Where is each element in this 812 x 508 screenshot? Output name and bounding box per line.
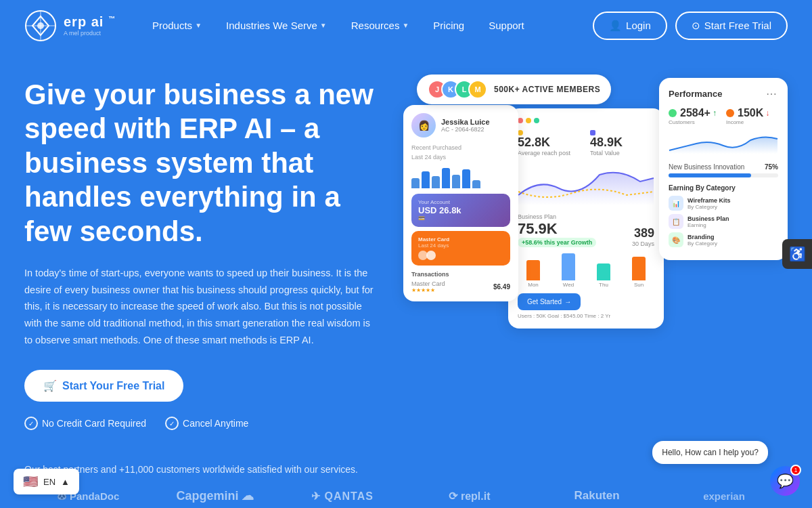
chat-message: Hello, How can I help you? [662,448,759,457]
bp-val: 75.9K [518,220,596,238]
trans-amount: $6.49 [493,283,510,291]
metric-reach: 52.8K Average reach post [518,130,582,156]
trans-mc: Master Card [411,280,445,287]
perf-header: Performance ⋯ [669,87,778,100]
bar-rect [632,257,646,280]
navbar: erp ai ™ A mel product Products ▼ Indust… [0,0,812,51]
clock-icon: ⊙ [692,20,700,32]
dashboard-preview: J K L M 500K+ ACTIVE MEMBERS 👩 Jessika L… [403,71,788,356]
flag-icon: 🇺🇸 [23,474,38,489]
account-label: Your Account [418,199,503,205]
partner-capgemini: Capgemini ☁ [152,484,279,507]
cta-trial-button[interactable]: 🛒 Start Your Free Trial [24,370,183,402]
partner-rakuten: Rakuten [533,485,660,507]
notification-dot: 1 [790,465,801,475]
analytics-num: 389 [632,226,654,240]
user-name: Jessika Luice [441,118,490,126]
nav-actions: 👤 Login ⊙ Start Free Trial [593,12,788,40]
bar-day-label: Sun [634,282,644,288]
bar-item [432,176,440,188]
chevron-up-icon: ▲ [61,477,70,487]
performance-card: Performance ⋯ 2584+ ↑ Customers 150K [659,78,788,260]
nav-industries[interactable]: Industries We Serve ▼ [217,14,336,37]
status-dot [726,109,734,117]
bar-sun: Sun [623,257,654,288]
account-amount: USD 26.8k [418,205,503,215]
partner-replit: ⟳ repl.it [406,486,533,507]
bar-wed: Wed [553,253,584,288]
login-button[interactable]: 👤 Login [593,12,667,40]
earning-section: Earning By Category 📊 Wireframe Kits By … [669,184,778,247]
transactions-section: Transactions Master Card ★★★★★ $6.49 [411,271,510,293]
window-dots [518,118,654,123]
mini-bar-chart [411,165,510,188]
perf-chart [669,133,778,154]
hero-section: Give your business a new speed with ERP … [0,51,812,450]
account-section: Your Account USD 26.8k 💳 [411,194,510,227]
up-arrow-icon: ↑ [713,108,717,118]
progress-bar-bg [669,173,778,177]
last-24-label: Last 24 days [411,154,510,161]
bar-item [411,178,420,188]
bar-rect [562,253,575,280]
messenger-icon: 💬 [777,473,794,489]
accessibility-button[interactable]: ♿ [782,239,812,269]
earning-icon-branding: 🎨 [669,232,683,247]
perf-title: Performance [669,89,722,99]
bar-rect [597,263,610,280]
logo-name: erp ai ™ [64,14,116,30]
dot-red [518,118,523,123]
account-sub: 💳 [418,215,503,221]
trust-badges: ✓ No Credit Card Required ✓ Cancel Anyti… [24,417,376,430]
earning-cat: Earning [687,222,778,228]
chat-bubble: Hello, How can I help you? [652,441,768,464]
get-started-button[interactable]: Get Started → [518,293,581,310]
logo-icon [24,9,57,42]
earning-cat: By Category [687,240,778,247]
down-arrow-icon: ↓ [765,108,769,118]
user-id: AC - 2064-6822 [441,126,490,133]
earning-icon-wireframe: 📊 [669,196,683,211]
earning-name: Wireframe Kits [687,197,778,204]
active-members-text: 500K+ ACTIVE MEMBERS [494,85,600,94]
perf-customers: 2584+ ↑ Customers [669,107,721,125]
logo[interactable]: erp ai ™ A mel product [24,9,116,42]
innov-pct: 75% [765,163,778,171]
nav-links: Products ▼ Industries We Serve ▼ Resourc… [143,14,593,37]
partner-qantas: ✈ QANTAS [279,486,406,507]
transactions-label: Transactions [411,271,510,278]
language-selector[interactable]: 🇺🇸 EN ▲ [14,469,79,494]
dot-green [534,118,539,123]
nav-products[interactable]: Products ▼ [143,14,211,37]
messenger-button[interactable]: 💬 1 [770,466,800,496]
user-icon: 👤 [609,20,622,32]
mc-days: Last 24 days [418,242,503,249]
metric-val-2: 48.9K [590,135,654,150]
growth-badge: +58.6% this year Growth [518,238,596,247]
metric-val-1: 52.8K [518,135,582,150]
metric-value: 48.9K Total Value [590,130,654,156]
nav-support[interactable]: Support [479,14,534,37]
metric-pair: 52.8K Average reach post 48.9K Total Val… [518,130,654,156]
bar-thu: Thu [588,263,619,288]
logo-sub: A mel product [64,30,116,37]
chevron-down-icon: ▼ [320,22,327,29]
partner-logos: 🐼 PandaDoc Capgemini ☁ ✈ QANTAS ⟳ repl.i… [24,484,788,507]
recent-purchased-label: Recent Purchased [411,144,510,151]
more-options-icon[interactable]: ⋯ [766,87,778,100]
line-chart [518,165,654,205]
language-code: EN [43,477,55,487]
nav-pricing[interactable]: Pricing [424,14,474,37]
bar-rect [526,260,540,280]
earning-title: Earning By Category [669,184,778,192]
bar-day-label: Wed [563,282,574,288]
cancel-badge: ✓ Cancel Anytime [165,417,248,430]
no-cc-badge: ✓ No Credit Card Required [24,417,146,430]
perf-income-label: Income [726,119,778,125]
bar-item [442,168,450,188]
nav-resources[interactable]: Resources ▼ [342,14,419,37]
earning-name: Business Plan [687,215,778,222]
bar-item [452,175,460,188]
trial-button-nav[interactable]: ⊙ Start Free Trial [675,12,788,40]
metric-label-2: Total Value [590,150,654,156]
